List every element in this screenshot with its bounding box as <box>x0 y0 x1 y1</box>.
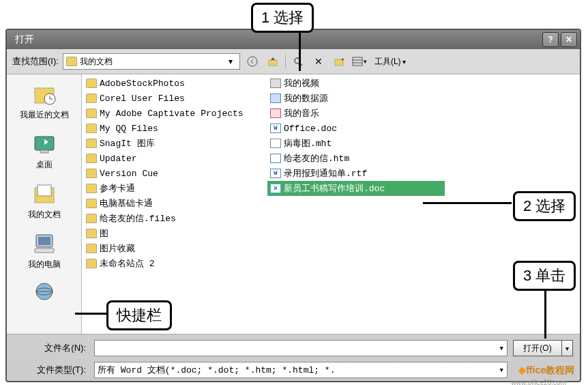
callout-2: 2 选择 <box>513 191 576 221</box>
titlebar: 打开 ? ✕ <box>7 30 580 49</box>
folder-icon <box>86 94 97 103</box>
file-item[interactable]: Corel User Files <box>83 91 267 106</box>
open-button[interactable]: 打开(O) <box>513 340 562 356</box>
help-button[interactable]: ? <box>542 32 559 47</box>
svg-rect-20 <box>35 248 54 253</box>
lookin-value: 我的文档 <box>80 56 113 68</box>
folder-icon <box>86 79 97 88</box>
file-item[interactable]: AdobeStockPhotos <box>83 76 267 91</box>
file-item[interactable]: 参考卡通 <box>83 181 267 196</box>
svg-rect-1 <box>269 60 277 66</box>
chevron-down-icon[interactable]: ▾ <box>499 343 504 354</box>
open-dialog: 打开 ? ✕ 查找范围(I): 我的文档 ▾ ✕ ✦ ▾ 工具(L) ▾ <box>5 29 581 382</box>
file-name: 我的音乐 <box>284 107 319 119</box>
file-item[interactable]: Version Cue <box>83 166 267 181</box>
body-area: 我最近的文档 桌面 我的文档 我的电脑 <box>7 74 580 334</box>
close-button[interactable]: ✕ <box>561 32 577 47</box>
folder-icon <box>86 259 97 268</box>
place-mycomputer[interactable]: 我的电脑 <box>12 227 76 275</box>
file-item[interactable]: 我的视频 <box>267 76 445 91</box>
file-name: Corel User Files <box>100 94 185 104</box>
file-item[interactable]: 我的音乐 <box>267 106 445 121</box>
file-name: My QQ Files <box>100 124 158 134</box>
place-recent[interactable]: 我最近的文档 <box>12 77 76 126</box>
file-item[interactable]: Updater <box>83 151 267 166</box>
file-item[interactable]: 新员工书稿写作培训.doc <box>267 181 445 196</box>
file-name: Updater <box>100 154 137 164</box>
folder-icon <box>66 57 77 66</box>
file-item[interactable]: 图片收藏 <box>83 241 267 256</box>
views-button[interactable]: ▾ <box>351 54 368 69</box>
file-item[interactable]: 图 <box>83 226 267 241</box>
file-name: Version Cue <box>100 169 158 179</box>
svg-rect-6 <box>353 57 362 66</box>
file-name: AdobeStockPhotos <box>100 79 185 89</box>
folder-icon <box>86 214 97 223</box>
watermark-url: www.office26.com <box>512 379 566 385</box>
file-item[interactable]: 病毒图.mht <box>267 136 445 151</box>
lookin-label: 查找范围(I): <box>12 55 59 68</box>
folder-icon <box>86 109 97 118</box>
file-item[interactable]: 我的数据源 <box>267 91 445 106</box>
file-item[interactable]: 未命名站点 2 <box>83 256 267 271</box>
folder-icon <box>86 229 97 238</box>
file-name: 参考卡通 <box>100 182 135 195</box>
recent-icon <box>30 82 59 106</box>
place-network[interactable] <box>12 276 76 313</box>
svg-text:✦: ✦ <box>340 57 344 63</box>
chevron-down-icon[interactable]: ▾ <box>499 365 504 375</box>
doc-icon <box>270 184 281 193</box>
open-dropdown[interactable]: ▾ <box>562 340 573 356</box>
tools-dropdown[interactable]: 工具(L) ▾ <box>372 56 409 68</box>
separator <box>285 55 286 68</box>
file-item[interactable]: 电脑基础卡通 <box>83 196 267 211</box>
svg-rect-14 <box>40 150 48 153</box>
music-icon <box>270 109 281 118</box>
file-list[interactable]: AdobeStockPhotosCorel User FilesMy Adobe… <box>82 74 580 334</box>
file-item[interactable]: SnagIt 图库 <box>83 136 267 151</box>
folder-icon <box>86 169 97 178</box>
file-name: 我的数据源 <box>284 92 328 104</box>
doc-icon <box>270 169 281 178</box>
place-desktop[interactable]: 桌面 <box>12 127 76 175</box>
delete-button[interactable]: ✕ <box>310 54 327 69</box>
file-item[interactable]: My QQ Files <box>83 121 267 136</box>
svg-rect-17 <box>38 185 51 196</box>
chevron-down-icon[interactable]: ▾ <box>224 57 237 66</box>
callout-3-line <box>544 287 546 339</box>
folder-icon <box>86 184 97 193</box>
mycomputer-icon <box>30 231 59 256</box>
file-item[interactable]: 给老友的信.htm <box>267 151 445 166</box>
filetype-label: 文件类型(T): <box>14 364 89 376</box>
file-name: 给老友的信.files <box>100 212 176 225</box>
place-mydocs[interactable]: 我的文档 <box>12 177 76 225</box>
folder-icon <box>86 154 97 163</box>
mht-icon <box>270 139 281 148</box>
back-button[interactable] <box>244 54 261 69</box>
filename-input[interactable]: ▾ <box>94 340 508 356</box>
callout-1-line <box>299 29 301 71</box>
file-item[interactable]: My Adobe Captivate Projects <box>83 106 267 121</box>
svg-rect-19 <box>38 237 50 245</box>
file-name: 电脑基础卡通 <box>100 197 153 210</box>
lookin-combo[interactable]: 我的文档 ▾ <box>63 53 240 70</box>
watermark: ◆ffice教程网 <box>518 365 574 377</box>
folder-icon <box>86 199 97 208</box>
new-folder-button[interactable]: ✦ <box>331 54 347 69</box>
callout-2-line <box>423 202 512 204</box>
search-button[interactable] <box>290 54 306 69</box>
file-item[interactable]: Office.doc <box>267 121 445 136</box>
file-name: 病毒图.mht <box>284 137 332 149</box>
file-item[interactable]: 录用报到通知单.rtf <box>267 166 445 181</box>
chevron-down-icon: ▾ <box>402 58 406 66</box>
callout-quickbar: 快捷栏 <box>106 300 172 330</box>
file-name: 图 <box>100 227 108 240</box>
up-one-level-button[interactable] <box>265 54 281 69</box>
folder-icon <box>86 139 97 148</box>
file-item[interactable]: 给老友的信.files <box>83 211 267 226</box>
toolbar: 查找范围(I): 我的文档 ▾ ✕ ✦ ▾ 工具(L) ▾ <box>7 49 580 74</box>
dialog-title: 打开 <box>10 33 540 46</box>
filetype-combo[interactable]: 所有 Word 文档(*.doc; *.dot; *.htm; *.html; … <box>94 362 508 378</box>
file-name: SnagIt 图库 <box>100 137 155 149</box>
folder-icon <box>86 124 97 133</box>
